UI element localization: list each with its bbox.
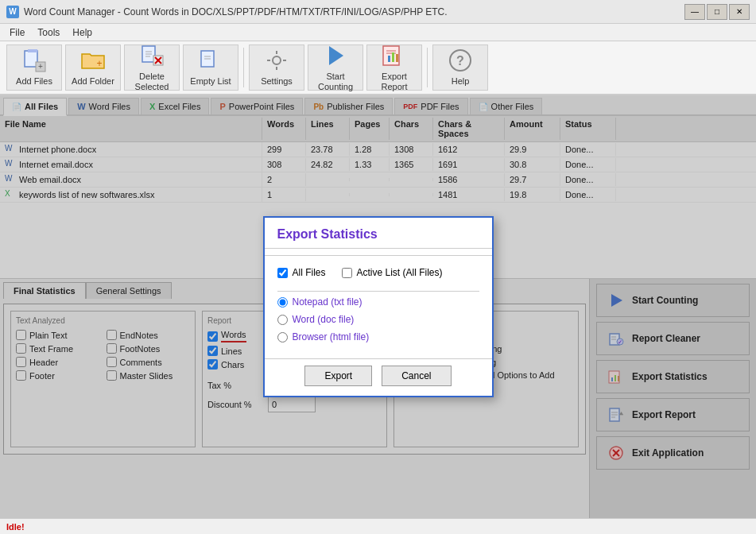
start-counting-icon [323, 43, 348, 68]
title-bar-text: Word Count Manager - Count Words in DOC/… [24, 6, 684, 17]
menu-tools[interactable]: Tools [31, 25, 66, 40]
help-icon: ? [448, 48, 473, 73]
svg-rect-1 [28, 49, 37, 52]
modal-radio-word-label: Word (doc file) [293, 314, 355, 325]
toolbar-sep-2 [427, 48, 428, 87]
empty-list-icon [198, 48, 223, 73]
modal-radio-notepad-input[interactable] [277, 297, 288, 308]
toolbar: + Add Files + Add Folder Delete Selected… [0, 41, 756, 95]
svg-rect-27 [396, 54, 398, 62]
export-report-icon [382, 43, 407, 68]
menu-help[interactable]: Help [66, 25, 99, 40]
modal-divider-2 [277, 291, 479, 292]
modal-checkbox-all-files-input[interactable] [277, 268, 288, 278]
app-icon: W [6, 6, 19, 18]
svg-text:+: + [96, 58, 102, 69]
modal-checkboxes-row: All Files Active List (All Files) [277, 267, 479, 283]
toolbar-sep-1 [243, 48, 244, 87]
title-bar-buttons: — □ ✕ [684, 4, 750, 20]
svg-text:?: ? [456, 54, 464, 68]
toolbar-empty-list-label: Empty List [190, 76, 231, 87]
modal-radio-notepad[interactable]: Notepad (txt file) [277, 296, 479, 308]
toolbar-add-folder[interactable]: + Add Folder [65, 44, 121, 91]
modal-radio-notepad-label: Notepad (txt file) [293, 296, 362, 308]
toolbar-help[interactable]: ? Help [432, 44, 488, 91]
toolbar-start-counting-label: Start Counting [312, 72, 359, 92]
svg-text:+: + [38, 62, 43, 71]
modal-title: Export Statistics [265, 218, 492, 249]
modal-divider [265, 255, 492, 256]
title-bar: W Word Count Manager - Count Words in DO… [0, 0, 756, 24]
menu-file[interactable]: File [3, 25, 31, 40]
toolbar-start-counting[interactable]: Start Counting [308, 44, 363, 91]
add-files-icon: + [21, 48, 47, 73]
export-statistics-modal: Export Statistics All Files Active List … [263, 216, 494, 397]
minimize-button[interactable]: — [684, 4, 705, 20]
toolbar-add-folder-label: Add Folder [72, 76, 114, 87]
svg-rect-26 [392, 52, 394, 62]
modal-checkbox-active-list-label: Active List (All Files) [357, 267, 443, 278]
modal-export-button[interactable]: Export [304, 366, 372, 386]
settings-icon [264, 48, 289, 73]
modal-cancel-button[interactable]: Cancel [382, 366, 451, 386]
modal-body: All Files Active List (All Files) Notepa… [265, 261, 492, 355]
modal-radio-browser[interactable]: Browser (html file) [277, 331, 479, 342]
modal-checkbox-all-files-label: All Files [293, 267, 326, 278]
status-bar: Idle! [0, 518, 756, 534]
modal-radio-browser-label: Browser (html file) [293, 331, 370, 342]
modal-overlay: Export Statistics All Files Active List … [0, 95, 756, 518]
close-button[interactable]: ✕ [729, 4, 750, 20]
toolbar-help-label: Help [452, 76, 470, 87]
toolbar-delete-selected[interactable]: Delete Selected [124, 44, 180, 91]
toolbar-export-report[interactable]: Export Report [366, 44, 422, 91]
svg-point-16 [273, 56, 281, 64]
delete-icon [139, 43, 165, 68]
svg-marker-21 [329, 46, 343, 65]
toolbar-delete-label: Delete Selected [128, 72, 176, 92]
modal-radio-browser-input[interactable] [277, 332, 288, 342]
toolbar-add-files[interactable]: + Add Files [6, 44, 62, 91]
modal-footer: Export Cancel [265, 358, 492, 396]
modal-radio-word[interactable]: Word (doc file) [277, 314, 479, 325]
modal-checkbox-active-list-input[interactable] [342, 268, 352, 278]
menu-bar: File Tools Help [0, 24, 756, 41]
toolbar-export-report-label: Export Report [370, 72, 418, 92]
modal-checkbox-active-list[interactable]: Active List (All Files) [342, 267, 443, 278]
modal-radio-word-input[interactable] [277, 315, 288, 325]
toolbar-settings-label: Settings [261, 76, 293, 87]
modal-checkbox-all-files[interactable]: All Files [277, 267, 326, 278]
maximize-button[interactable]: □ [707, 4, 727, 20]
status-text: Idle! [6, 522, 25, 532]
toolbar-settings[interactable]: Settings [249, 44, 304, 91]
svg-rect-25 [388, 56, 390, 62]
toolbar-empty-list[interactable]: Empty List [183, 44, 238, 91]
toolbar-add-files-label: Add Files [16, 76, 52, 87]
add-folder-icon: + [80, 48, 106, 73]
